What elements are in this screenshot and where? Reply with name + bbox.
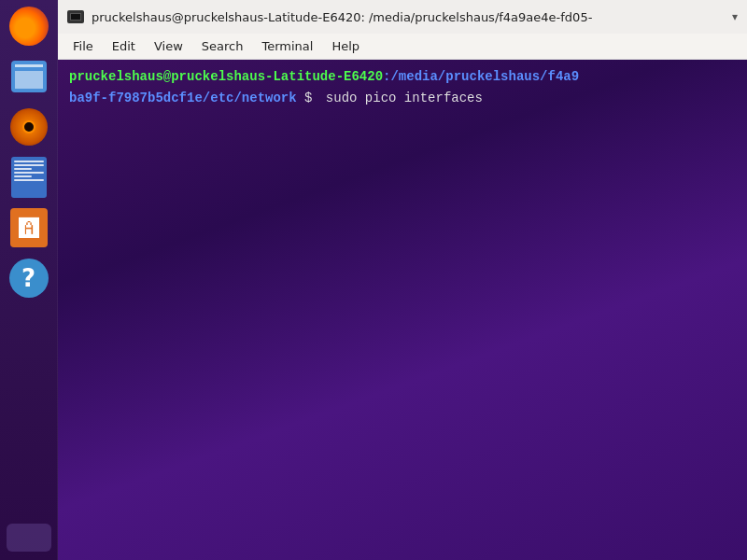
files-icon[interactable] xyxy=(7,54,51,99)
help-icon[interactable]: ? xyxy=(7,256,51,301)
prompt-dollar-sign: $ xyxy=(304,89,320,108)
prompt-path2: ba9f-f7987b5dcf1e/etc/network xyxy=(69,89,297,108)
menu-file[interactable]: File xyxy=(65,37,101,55)
prompt-path: :/media/pruckelshaus/f4a9 xyxy=(383,67,579,87)
terminal-title-icon xyxy=(67,10,84,23)
menu-bar: File Edit View Search Terminal Help xyxy=(58,34,747,60)
title-bar: pruckelshaus@pruckelshaus-Latitude-E6420… xyxy=(58,0,747,34)
prompt-user-host: pruckelshaus@pruckelshaus-Latitude-E6420 xyxy=(69,67,383,87)
firefox-icon[interactable] xyxy=(7,4,51,49)
music-icon[interactable] xyxy=(7,105,51,149)
menu-edit[interactable]: Edit xyxy=(105,37,143,55)
menu-search[interactable]: Search xyxy=(194,37,251,55)
menu-view[interactable]: View xyxy=(147,37,190,55)
writer-icon[interactable] xyxy=(7,155,51,200)
title-dropdown-arrow[interactable]: ▾ xyxy=(732,10,738,23)
window-title: pruckelshaus@pruckelshaus-Latitude-E6420… xyxy=(92,10,725,24)
terminal-content[interactable]: pruckelshaus@pruckelshaus-Latitude-E6420… xyxy=(58,60,747,560)
taskbar: 🅰 ? xyxy=(0,0,58,560)
terminal-prompt-line: pruckelshaus@pruckelshaus-Latitude-E6420… xyxy=(69,67,736,87)
terminal-command-line: ba9f-f7987b5dcf1e/etc/network $ sudo pic… xyxy=(69,89,736,108)
prompt-dollar xyxy=(297,89,304,108)
terminal-command: sudo pico interfaces xyxy=(326,89,483,108)
store-icon[interactable]: 🅰 xyxy=(7,205,51,250)
menu-help[interactable]: Help xyxy=(324,37,367,55)
menu-terminal[interactable]: Terminal xyxy=(254,37,320,55)
terminal-window: pruckelshaus@pruckelshaus-Latitude-E6420… xyxy=(58,0,747,560)
partial-icon[interactable] xyxy=(7,515,51,560)
